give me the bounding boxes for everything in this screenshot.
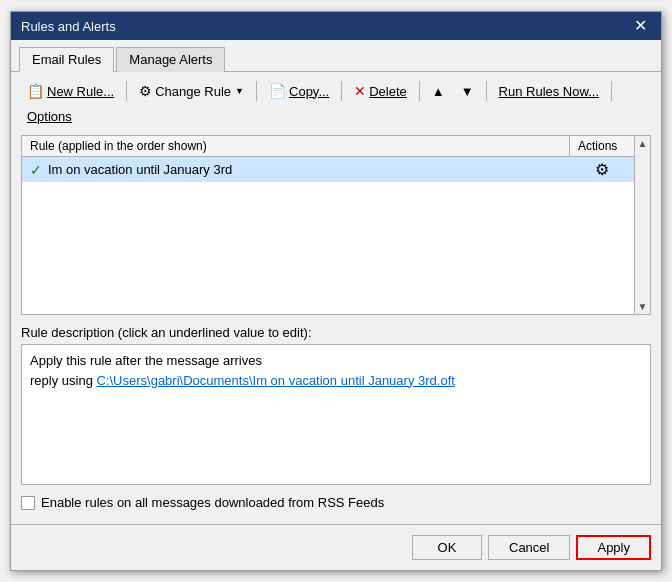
- delete-icon: ✕: [354, 83, 366, 99]
- new-rule-button[interactable]: 📋 New Rule...: [21, 80, 120, 102]
- toolbar: 📋 New Rule... ⚙ Change Rule ▼ 📄 Copy... …: [21, 80, 651, 127]
- options-button[interactable]: Options: [21, 106, 78, 127]
- dialog-content: 📋 New Rule... ⚙ Change Rule ▼ 📄 Copy... …: [11, 72, 661, 518]
- close-button[interactable]: ✕: [630, 18, 651, 34]
- change-rule-button[interactable]: ⚙ Change Rule ▼: [133, 80, 250, 102]
- apply-button[interactable]: Apply: [576, 535, 651, 560]
- rss-checkbox[interactable]: [21, 496, 35, 510]
- description-line1: Apply this rule after the message arrive…: [30, 351, 642, 371]
- copy-icon: 📄: [269, 83, 286, 99]
- rules-table: Rule (applied in the order shown) Action…: [21, 135, 651, 315]
- description-line2: reply using C:\Users\gabri\Documents\Im …: [30, 371, 642, 391]
- separator-1: [126, 81, 127, 101]
- scrollbar-up-arrow[interactable]: ▲: [636, 136, 650, 151]
- new-rule-icon: 📋: [27, 83, 44, 99]
- separator-6: [611, 81, 612, 101]
- rules-table-header: Rule (applied in the order shown) Action…: [22, 136, 650, 157]
- rss-section: Enable rules on all messages downloaded …: [21, 495, 651, 510]
- rule-column-header: Rule (applied in the order shown): [22, 136, 570, 156]
- table-row[interactable]: ✓ Im on vacation until January 3rd ⚙: [22, 157, 650, 182]
- separator-3: [341, 81, 342, 101]
- rule-action-settings-icon: ⚙: [562, 160, 642, 179]
- move-down-button[interactable]: ▼: [455, 81, 480, 102]
- description-box: Apply this rule after the message arrive…: [21, 344, 651, 485]
- change-rule-icon: ⚙: [139, 83, 152, 99]
- footer: OK Cancel Apply: [11, 524, 661, 570]
- rule-checkbox[interactable]: ✓: [30, 162, 42, 178]
- title-bar: Rules and Alerts ✕: [11, 12, 661, 40]
- description-label: Rule description (click an underlined va…: [21, 325, 651, 340]
- chevron-down-icon: ▼: [235, 86, 244, 96]
- separator-4: [419, 81, 420, 101]
- separator-5: [486, 81, 487, 101]
- separator-2: [256, 81, 257, 101]
- tabs-bar: Email Rules Manage Alerts: [11, 40, 661, 72]
- move-up-button[interactable]: ▲: [426, 81, 451, 102]
- copy-button[interactable]: 📄 Copy...: [263, 80, 335, 102]
- rss-label: Enable rules on all messages downloaded …: [41, 495, 384, 510]
- run-rules-button[interactable]: Run Rules Now...: [493, 81, 605, 102]
- scrollbar[interactable]: ▲ ▼: [634, 136, 650, 314]
- description-line2-link[interactable]: C:\Users\gabri\Documents\Im on vacation …: [96, 373, 454, 388]
- dialog-title: Rules and Alerts: [21, 19, 116, 34]
- tab-email-rules[interactable]: Email Rules: [19, 47, 114, 72]
- ok-button[interactable]: OK: [412, 535, 482, 560]
- delete-button[interactable]: ✕ Delete: [348, 80, 413, 102]
- scrollbar-down-arrow[interactable]: ▼: [636, 299, 650, 314]
- rules-table-body: ✓ Im on vacation until January 3rd ⚙: [22, 157, 650, 314]
- tab-manage-alerts[interactable]: Manage Alerts: [116, 47, 225, 72]
- description-section: Rule description (click an underlined va…: [21, 325, 651, 485]
- cancel-button[interactable]: Cancel: [488, 535, 570, 560]
- rule-name: Im on vacation until January 3rd: [48, 162, 562, 177]
- rules-and-alerts-dialog: Rules and Alerts ✕ Email Rules Manage Al…: [10, 11, 662, 571]
- description-line2-prefix: reply using: [30, 373, 96, 388]
